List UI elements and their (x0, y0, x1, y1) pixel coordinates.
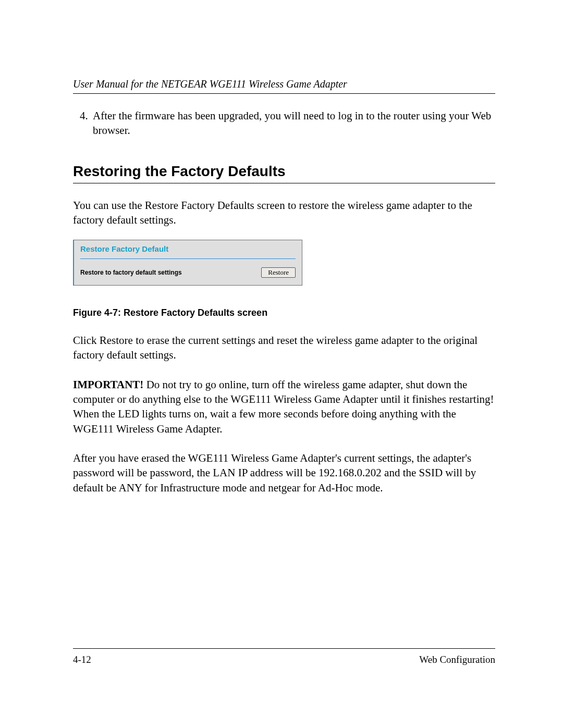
important-lead: IMPORTANT! (73, 378, 143, 391)
list-item-4: After the firmware has been upgraded, yo… (91, 108, 495, 138)
restore-factory-panel: Restore Factory Default Restore to facto… (73, 240, 302, 286)
panel-row: Restore to factory default settings Rest… (80, 267, 296, 278)
paragraph-restore-info: Click Restore to erase the current setti… (73, 333, 495, 363)
page-footer: 4-12 Web Configuration (73, 648, 495, 665)
numbered-list: After the firmware has been upgraded, yo… (73, 108, 495, 138)
section-heading: Restoring the Factory Defaults (73, 163, 495, 183)
document-page: User Manual for the NETGEAR WGE111 Wirel… (0, 0, 563, 728)
paragraph-important: IMPORTANT! Do not try to go online, turn… (73, 377, 495, 436)
panel-title: Restore Factory Default (80, 244, 296, 259)
footer-page-number: 4-12 (73, 654, 91, 665)
panel-label: Restore to factory default settings (80, 269, 182, 276)
figure-caption: Figure 4-7: Restore Factory Defaults scr… (73, 307, 495, 318)
restore-button[interactable]: Restore (261, 267, 296, 278)
paragraph-defaults: After you have erased the WGE111 Wireles… (73, 451, 495, 495)
footer-section-name: Web Configuration (419, 654, 495, 665)
figure-block: Restore Factory Default Restore to facto… (73, 240, 495, 318)
running-header: User Manual for the NETGEAR WGE111 Wirel… (73, 78, 495, 94)
section-intro: You can use the Restore Factory Defaults… (73, 198, 495, 228)
